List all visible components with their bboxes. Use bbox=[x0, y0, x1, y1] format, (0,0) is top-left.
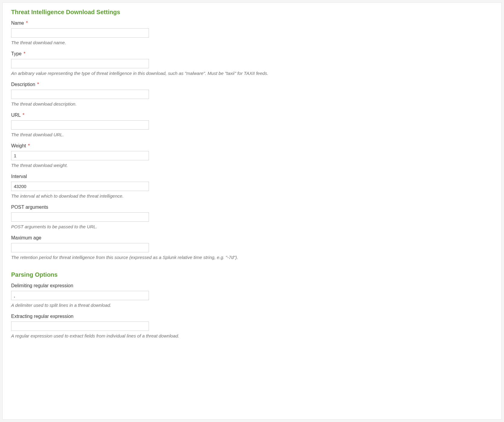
label-post-args-text: POST arguments bbox=[11, 205, 48, 210]
settings-panel: Threat Intelligence Download Settings Na… bbox=[2, 2, 502, 420]
label-name-text: Name bbox=[11, 20, 24, 26]
form-group-weight: Weight * The threat download weight. bbox=[11, 143, 493, 168]
input-description[interactable] bbox=[11, 90, 149, 99]
section-title-threat-intel: Threat Intelligence Download Settings bbox=[11, 9, 493, 16]
label-interval: Interval bbox=[11, 174, 493, 179]
input-url[interactable] bbox=[11, 120, 149, 130]
label-description: Description * bbox=[11, 82, 493, 87]
input-delimiter[interactable] bbox=[11, 291, 149, 300]
label-description-text: Description bbox=[11, 82, 35, 87]
label-weight-text: Weight bbox=[11, 143, 26, 148]
help-type: An arbitrary value representing the type… bbox=[11, 70, 493, 76]
label-extracting-text: Extracting regular expression bbox=[11, 314, 73, 319]
help-extracting: A regular expression used to extract fie… bbox=[11, 333, 493, 339]
input-max-age[interactable] bbox=[11, 243, 149, 252]
label-type-text: Type bbox=[11, 51, 22, 56]
form-group-post-args: POST arguments POST arguments to be pass… bbox=[11, 205, 493, 230]
help-url: The threat download URL. bbox=[11, 131, 493, 138]
input-interval[interactable] bbox=[11, 182, 149, 191]
label-name: Name * bbox=[11, 20, 493, 26]
form-group-max-age: Maximum age The retention period for thr… bbox=[11, 235, 493, 260]
input-type[interactable] bbox=[11, 59, 149, 68]
label-url: URL * bbox=[11, 112, 493, 118]
input-extracting[interactable] bbox=[11, 322, 149, 331]
required-indicator: * bbox=[23, 112, 24, 118]
label-max-age-text: Maximum age bbox=[11, 235, 41, 240]
label-delimiter: Delimiting regular expression bbox=[11, 283, 493, 288]
required-indicator: * bbox=[26, 20, 28, 26]
input-post-args[interactable] bbox=[11, 212, 149, 222]
help-delimiter: A delimiter used to split lines in a thr… bbox=[11, 302, 493, 308]
label-max-age: Maximum age bbox=[11, 235, 493, 241]
required-indicator: * bbox=[23, 51, 25, 56]
help-interval: The interval at which to download the th… bbox=[11, 193, 493, 199]
help-post-args: POST arguments to be passed to the URL. bbox=[11, 223, 493, 230]
form-group-name: Name * The threat download name. bbox=[11, 20, 493, 46]
help-max-age: The retention period for threat intellig… bbox=[11, 254, 493, 260]
label-post-args: POST arguments bbox=[11, 205, 493, 210]
form-group-extracting: Extracting regular expression A regular … bbox=[11, 314, 493, 339]
form-group-type: Type * An arbitrary value representing t… bbox=[11, 51, 493, 76]
help-name: The threat download name. bbox=[11, 39, 493, 46]
help-description: The threat download description. bbox=[11, 101, 493, 107]
required-indicator: * bbox=[28, 143, 30, 148]
form-group-description: Description * The threat download descri… bbox=[11, 82, 493, 107]
label-type: Type * bbox=[11, 51, 493, 57]
help-weight: The threat download weight. bbox=[11, 162, 493, 168]
input-weight[interactable] bbox=[11, 151, 149, 160]
label-interval-text: Interval bbox=[11, 174, 27, 179]
label-url-text: URL bbox=[11, 112, 20, 118]
form-group-delimiter: Delimiting regular expression A delimite… bbox=[11, 283, 493, 308]
required-indicator: * bbox=[37, 82, 39, 87]
label-extracting: Extracting regular expression bbox=[11, 314, 493, 319]
section-title-parsing: Parsing Options bbox=[11, 271, 493, 278]
input-name[interactable] bbox=[11, 28, 149, 38]
form-group-interval: Interval The interval at which to downlo… bbox=[11, 174, 493, 199]
label-delimiter-text: Delimiting regular expression bbox=[11, 283, 73, 288]
label-weight: Weight * bbox=[11, 143, 493, 149]
form-group-url: URL * The threat download URL. bbox=[11, 112, 493, 138]
